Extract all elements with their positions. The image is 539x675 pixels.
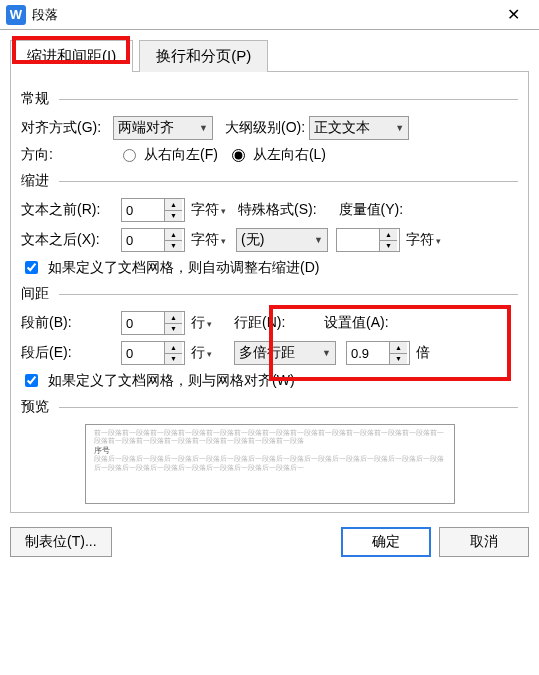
- spin-up-icon[interactable]: ▲: [380, 229, 397, 241]
- chevron-down-icon: ▼: [197, 123, 208, 133]
- close-button[interactable]: ✕: [493, 0, 533, 30]
- direction-label: 方向:: [21, 146, 109, 164]
- special-value: (无): [241, 231, 264, 249]
- spin-up-icon[interactable]: ▲: [165, 342, 182, 354]
- setat-spinner[interactable]: ▲▼: [346, 341, 410, 365]
- spin-down-icon[interactable]: ▼: [165, 324, 182, 335]
- space-before-unit: 行▾: [191, 314, 212, 332]
- line-spacing-label: 行距(N):: [234, 314, 320, 332]
- dialog-body: 常规 对齐方式(G): 两端对齐▼ 大纲级别(O): 正文文本▼ 方向: 从右向…: [10, 71, 529, 513]
- measure-spinner[interactable]: ▲▼: [336, 228, 400, 252]
- space-before-label: 段前(B):: [21, 314, 117, 332]
- cancel-button[interactable]: 取消: [439, 527, 529, 557]
- preview-before-text: 前一段落前一段落前一段落前一段落前一段落前一段落前一段落前一段落前一段落前一段落…: [94, 429, 446, 446]
- indent-after-input[interactable]: [122, 229, 164, 251]
- special-combobox[interactable]: (无)▼: [236, 228, 328, 252]
- setat-unit: 倍: [416, 344, 430, 362]
- outline-value: 正文文本: [314, 119, 370, 137]
- space-before-input[interactable]: [122, 312, 164, 334]
- spacing-grid-label: 如果定义了文档网格，则与网格对齐(W): [48, 372, 295, 390]
- spin-down-icon[interactable]: ▼: [165, 354, 182, 365]
- align-combobox[interactable]: 两端对齐▼: [113, 116, 213, 140]
- measure-unit: 字符▾: [406, 231, 441, 249]
- ok-button[interactable]: 确定: [341, 527, 431, 557]
- space-after-unit: 行▾: [191, 344, 212, 362]
- special-label: 特殊格式(S):: [238, 201, 317, 219]
- align-value: 两端对齐: [118, 119, 174, 137]
- indent-grid-checkbox[interactable]: [25, 261, 38, 274]
- rtl-radio[interactable]: [123, 149, 136, 162]
- chevron-down-icon: ▼: [393, 123, 404, 133]
- app-icon: W: [6, 5, 26, 25]
- window-title: 段落: [32, 6, 493, 24]
- chevron-down-icon: ▼: [312, 235, 323, 245]
- setat-input[interactable]: [347, 342, 389, 364]
- spin-down-icon[interactable]: ▼: [390, 354, 407, 365]
- ltr-radio[interactable]: [232, 149, 245, 162]
- spin-down-icon[interactable]: ▼: [380, 241, 397, 252]
- tab-indent-spacing[interactable]: 缩进和间距(I): [10, 40, 133, 72]
- spacing-grid-checkbox[interactable]: [25, 374, 38, 387]
- measure-label: 度量值(Y):: [339, 201, 404, 219]
- preview-sample-text: 序号: [94, 446, 446, 456]
- setat-label: 设置值(A):: [324, 314, 402, 332]
- space-after-input[interactable]: [122, 342, 164, 364]
- space-before-spinner[interactable]: ▲▼: [121, 311, 185, 335]
- outline-label: 大纲级别(O):: [225, 119, 305, 137]
- measure-input[interactable]: [337, 229, 379, 251]
- spin-down-icon[interactable]: ▼: [165, 241, 182, 252]
- rtl-label: 从右向左(F): [144, 146, 218, 164]
- chevron-down-icon: ▼: [320, 348, 331, 358]
- spin-up-icon[interactable]: ▲: [165, 199, 182, 211]
- ltr-label: 从左向右(L): [253, 146, 326, 164]
- line-spacing-value: 多倍行距: [239, 344, 295, 362]
- spin-up-icon[interactable]: ▲: [390, 342, 407, 354]
- indent-before-unit: 字符▾: [191, 201, 226, 219]
- indent-after-unit: 字符▾: [191, 231, 226, 249]
- tabstrip: 缩进和间距(I) 换行和分页(P): [0, 30, 539, 72]
- indent-after-label: 文本之后(X):: [21, 231, 117, 249]
- tabs-button[interactable]: 制表位(T)...: [10, 527, 112, 557]
- spin-down-icon[interactable]: ▼: [165, 211, 182, 222]
- line-spacing-combobox[interactable]: 多倍行距▼: [234, 341, 336, 365]
- section-spacing: 间距: [21, 283, 518, 305]
- section-general: 常规: [21, 88, 518, 110]
- preview-after-text: 段落后一段落后一段落后一段落后一段落后一段落后一段落后一段落后一段落后一段落后一…: [94, 455, 446, 472]
- indent-after-spinner[interactable]: ▲▼: [121, 228, 185, 252]
- section-indent: 缩进: [21, 170, 518, 192]
- indent-before-label: 文本之前(R):: [21, 201, 117, 219]
- section-preview: 预览: [21, 396, 518, 418]
- indent-grid-label: 如果定义了文档网格，则自动调整右缩进(D): [48, 259, 319, 277]
- spin-up-icon[interactable]: ▲: [165, 312, 182, 324]
- indent-before-input[interactable]: [122, 199, 164, 221]
- tab-line-page-breaks[interactable]: 换行和分页(P): [139, 40, 268, 72]
- spin-up-icon[interactable]: ▲: [165, 229, 182, 241]
- preview-box: 前一段落前一段落前一段落前一段落前一段落前一段落前一段落前一段落前一段落前一段落…: [85, 424, 455, 504]
- footer: 制表位(T)... 确定 取消: [0, 521, 539, 567]
- titlebar: W 段落 ✕: [0, 0, 539, 30]
- indent-before-spinner[interactable]: ▲▼: [121, 198, 185, 222]
- outline-combobox[interactable]: 正文文本▼: [309, 116, 409, 140]
- align-label: 对齐方式(G):: [21, 119, 109, 137]
- space-after-label: 段后(E):: [21, 344, 117, 362]
- space-after-spinner[interactable]: ▲▼: [121, 341, 185, 365]
